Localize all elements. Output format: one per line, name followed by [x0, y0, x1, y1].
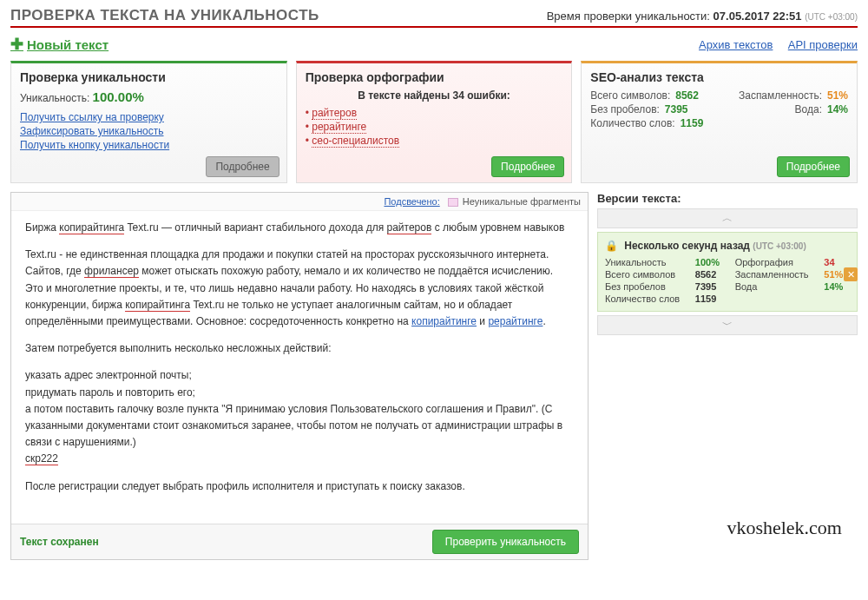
uniq-label: Уникальность: — [20, 92, 89, 104]
timezone: (UTC +03:00) — [805, 12, 858, 22]
v-uniq-value: 100% — [695, 257, 727, 267]
new-text-link[interactable]: ✚ Новый текст — [10, 35, 108, 54]
nonunique-swatch-icon — [448, 198, 458, 207]
text-content[interactable]: Биржа копирайтинга Text.ru — отличный ва… — [11, 211, 588, 524]
seo-words-label: Количество слов: — [590, 117, 674, 129]
seo-panel: SEO-анализ текста Всего символов: 8562 З… — [581, 61, 858, 183]
uniqueness-panel: Проверка уникальности Уникальность: 100.… — [10, 61, 287, 183]
versions-title: Версии текста: — [597, 192, 858, 205]
v-spam-label: Заспамленность — [735, 269, 816, 280]
version-close-button[interactable]: ✕ — [844, 267, 858, 281]
v-words-value: 1159 — [695, 293, 727, 304]
versions-prev-button[interactable]: ︿ — [597, 208, 858, 228]
seo-spam-label: Заспамленность: — [739, 89, 822, 102]
v-words-label: Количество слов — [605, 293, 687, 304]
spell-error-item[interactable]: рерайтинге — [306, 121, 563, 133]
v-orth-value: 34 — [824, 257, 850, 267]
spell-more-button[interactable]: Подробнее — [491, 156, 564, 177]
version-tz: (UTC +03:00) — [753, 241, 806, 251]
v-water-label: Вода — [735, 281, 816, 292]
v-sym-label: Всего символов — [605, 269, 687, 280]
seo-symbols-value: 8562 — [675, 89, 699, 102]
uniq-value: 100.00% — [93, 89, 144, 104]
v-water-value: 14% — [824, 281, 850, 292]
check-time-value: 07.05.2017 22:51 — [713, 10, 802, 23]
v-uniq-label: Уникальность — [605, 257, 687, 267]
text-saved-status: Текст сохранен — [20, 536, 99, 548]
seo-water-value: 14% — [827, 103, 848, 115]
seo-water-label: Вода: — [795, 103, 822, 115]
v-nosp-value: 7395 — [695, 281, 727, 292]
versions-next-button[interactable]: ﹀ — [597, 315, 858, 335]
spell-error-item[interactable]: райтеров — [306, 107, 563, 119]
lock-icon: 🔒 — [605, 240, 618, 252]
check-uniqueness-button[interactable]: Проверить уникальность — [432, 530, 579, 554]
new-text-label: Новый текст — [27, 37, 108, 52]
version-time: Несколько секунд назад — [624, 240, 750, 252]
v-sym-value: 8562 — [695, 269, 727, 280]
plus-icon: ✚ — [10, 35, 23, 54]
get-check-link[interactable]: Получить ссылку на проверку — [20, 111, 278, 123]
api-link[interactable]: API проверки — [788, 38, 858, 51]
seo-spam-value: 51% — [827, 89, 848, 102]
page-title: ПРОВЕРКА ТЕКСТА НА УНИКАЛЬНОСТЬ — [10, 7, 319, 24]
v-orth-label: Орфография — [735, 257, 816, 267]
highlighted-link[interactable]: Подсвечено: — [384, 196, 439, 207]
seo-words-value: 1159 — [681, 117, 704, 129]
nonunique-label: Неуникальные фрагменты — [463, 196, 581, 207]
v-nosp-label: Без пробелов — [605, 281, 687, 292]
spell-error-item[interactable]: сео-специалистов — [306, 135, 563, 147]
spell-panel-title: Проверка орфографии — [306, 70, 563, 84]
uniq-panel-title: Проверка уникальности — [20, 70, 278, 84]
seo-symbols-label: Всего символов: — [590, 89, 670, 102]
spell-errors-count: В тексте найдены 34 ошибки: — [306, 89, 563, 102]
get-button-link[interactable]: Получить кнопку уникальности — [20, 139, 278, 151]
archive-link[interactable]: Архив текстов — [699, 38, 773, 51]
uniq-more-button[interactable]: Подробнее — [206, 156, 279, 177]
seo-nospaces-value: 7395 — [665, 103, 688, 115]
seo-nospaces-label: Без пробелов: — [590, 103, 660, 115]
version-card[interactable]: 🔒 Несколько секунд назад (UTC +03:00) ✕ … — [597, 232, 858, 312]
fix-uniqueness-link[interactable]: Зафиксировать уникальность — [20, 125, 278, 137]
check-time: Время проверки уникальности: 07.05.2017 … — [547, 10, 858, 23]
seo-panel-title: SEO-анализ текста — [590, 70, 848, 84]
spelling-panel: Проверка орфографии В тексте найдены 34 … — [296, 61, 573, 183]
text-area-panel: Подсвечено: Неуникальные фрагменты Биржа… — [10, 192, 589, 560]
seo-more-button[interactable]: Подробнее — [777, 156, 850, 177]
check-time-label: Время проверки уникальности: — [547, 10, 710, 23]
